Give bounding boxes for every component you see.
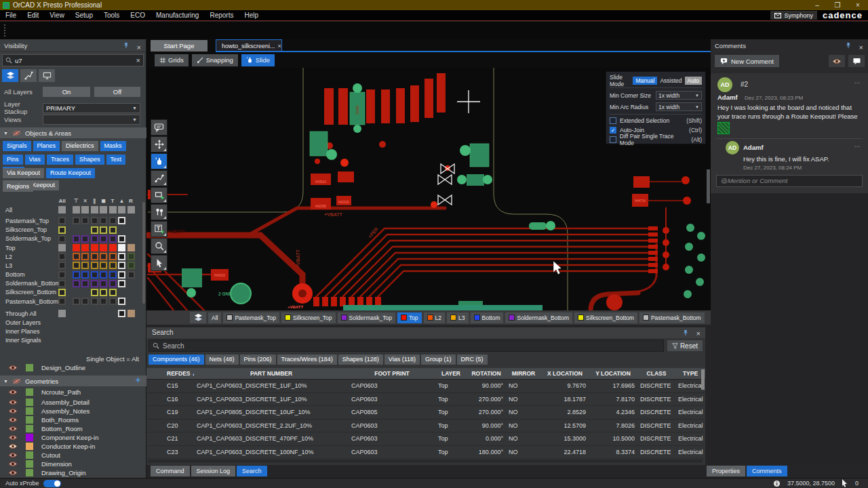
visibility-checkbox[interactable]: [100, 298, 107, 305]
color-swatch[interactable]: [26, 425, 33, 432]
visibility-checkbox[interactable]: [91, 217, 98, 224]
eye-icon[interactable]: [8, 461, 19, 467]
eye-icon[interactable]: [8, 365, 19, 371]
visibility-checkbox[interactable]: [58, 271, 66, 279]
visibility-checkbox[interactable]: [73, 206, 80, 214]
visibility-checkbox[interactable]: [58, 253, 66, 260]
all-layers-on-button[interactable]: On: [43, 87, 90, 97]
menu-manufacturing[interactable]: Manufacturing: [151, 12, 204, 19]
visibility-checkbox[interactable]: [109, 206, 117, 214]
visibility-checkbox[interactable]: [127, 253, 135, 260]
chip-via-keepout[interactable]: Via Keepout: [3, 168, 44, 178]
visibility-checkbox[interactable]: [118, 262, 125, 269]
column-header[interactable]: PART NUMBER: [194, 370, 349, 377]
layer-chip[interactable]: Pastemask_Top: [223, 312, 279, 323]
objects-areas-header[interactable]: ▼ Objects & Areas: [0, 127, 146, 138]
route-tool-button[interactable]: [151, 170, 167, 186]
eye-icon[interactable]: [8, 399, 19, 405]
visibility-checkbox[interactable]: [109, 280, 117, 287]
visibility-checkbox[interactable]: [81, 235, 89, 243]
visibility-checkbox[interactable]: [91, 253, 98, 260]
layer-chip[interactable]: Silkscreen_Top: [281, 312, 336, 323]
eye-icon[interactable]: [8, 426, 19, 432]
chip-signals[interactable]: Signals: [3, 141, 31, 151]
extended-selection-checkbox[interactable]: [610, 117, 616, 124]
pin-tool-button[interactable]: [151, 204, 167, 220]
slide-mode-auto[interactable]: Auto: [685, 77, 703, 85]
show-comments-eye-button[interactable]: [829, 55, 845, 67]
visibility-checkbox[interactable]: [81, 244, 89, 251]
visibility-checkbox[interactable]: [127, 310, 135, 317]
eye-icon[interactable]: [8, 408, 19, 414]
filter-pins[interactable]: Pins (206): [240, 354, 276, 365]
visibility-checkbox[interactable]: [58, 235, 66, 243]
visibility-checkbox[interactable]: [109, 217, 117, 224]
visibility-checkbox[interactable]: [118, 310, 125, 317]
pin-icon[interactable]: [682, 329, 689, 336]
comment-bubble-button[interactable]: [848, 55, 865, 67]
visibility-checkbox[interactable]: [127, 206, 135, 214]
layer-chip-all[interactable]: All: [208, 312, 221, 323]
visibility-checkbox[interactable]: [109, 262, 117, 269]
visibility-checkbox[interactable]: [127, 244, 135, 251]
color-swatch[interactable]: [26, 451, 33, 459]
menu-setup[interactable]: Setup: [70, 12, 98, 19]
select-tool-button[interactable]: [151, 255, 167, 271]
chip-shapes[interactable]: Shapes: [75, 155, 104, 165]
visibility-checkbox[interactable]: [118, 206, 125, 214]
menu-eco[interactable]: ECO: [125, 12, 151, 19]
visibility-checkbox[interactable]: [127, 262, 135, 269]
eye-icon[interactable]: [8, 389, 19, 395]
visibility-checkbox[interactable]: [118, 280, 125, 287]
color-swatch[interactable]: [26, 469, 33, 476]
auto-xprobe-toggle[interactable]: [43, 480, 61, 487]
diff-pair-checkbox[interactable]: [610, 136, 616, 143]
chip-text[interactable]: Text: [106, 155, 126, 165]
search-input[interactable]: u7 ×: [2, 54, 144, 66]
menu-view[interactable]: View: [44, 12, 70, 19]
visibility-checkbox[interactable]: [109, 298, 117, 305]
visibility-checkbox[interactable]: [81, 271, 89, 279]
pcb-canvas-area[interactable]: GND N4361: [146, 68, 711, 310]
close-icon[interactable]: ×: [859, 41, 863, 54]
slide-tool-button[interactable]: [151, 153, 167, 169]
slide-mode-assisted[interactable]: Assisted: [657, 77, 684, 85]
geometries-header[interactable]: ▼ Geometries +: [0, 375, 146, 386]
new-comment-button[interactable]: New Comment: [715, 55, 779, 67]
filter-traces[interactable]: Traces/Wires (184): [277, 354, 337, 365]
visibility-checkbox[interactable]: [118, 244, 125, 251]
visibility-checkbox[interactable]: [109, 289, 117, 296]
filter-nets[interactable]: Nets (48): [205, 354, 239, 365]
visibility-checkbox[interactable]: [91, 280, 98, 287]
tab-nets[interactable]: [20, 69, 37, 82]
tab-properties[interactable]: Properties: [707, 466, 745, 476]
visibility-checkbox[interactable]: [109, 253, 117, 260]
visibility-checkbox[interactable]: [100, 280, 107, 287]
visibility-checkbox[interactable]: [100, 235, 107, 243]
visibility-checkbox[interactable]: [100, 262, 107, 269]
visibility-checkbox[interactable]: [81, 217, 89, 224]
visibility-checkbox[interactable]: [91, 271, 98, 279]
visibility-checkbox[interactable]: [73, 253, 80, 260]
zoom-tool-button[interactable]: [151, 238, 167, 254]
layer-chip[interactable]: Silkscreen_Bottom: [574, 312, 637, 323]
min-arc-select[interactable]: 1x width▼: [656, 102, 702, 111]
add-geometry-button[interactable]: +: [134, 377, 142, 385]
visibility-checkbox[interactable]: [118, 217, 125, 224]
color-swatch[interactable]: [26, 407, 33, 415]
tab-comments[interactable]: Comments: [747, 466, 787, 476]
table-row[interactable]: C15CAP1_CAP0603_DISCRETE_1UF_10%CAP0603T…: [146, 380, 705, 393]
visibility-checkbox[interactable]: [109, 244, 117, 251]
visibility-checkbox[interactable]: [58, 262, 66, 269]
visibility-checkbox[interactable]: [109, 271, 117, 279]
visibility-checkbox[interactable]: [81, 298, 89, 305]
column-header[interactable]: Y LOCATION: [589, 370, 637, 377]
visibility-checkbox[interactable]: [91, 226, 98, 234]
column-header[interactable]: REFDES ▲: [164, 370, 194, 377]
layer-chip-active[interactable]: Top: [397, 312, 422, 323]
visibility-checkbox[interactable]: [73, 271, 80, 279]
close-button[interactable]: ×: [848, 1, 868, 9]
layer-chip[interactable]: Pastemask_Bottom: [639, 312, 705, 323]
maximize-button[interactable]: ❐: [827, 1, 848, 9]
tab-search[interactable]: Search: [237, 466, 267, 476]
